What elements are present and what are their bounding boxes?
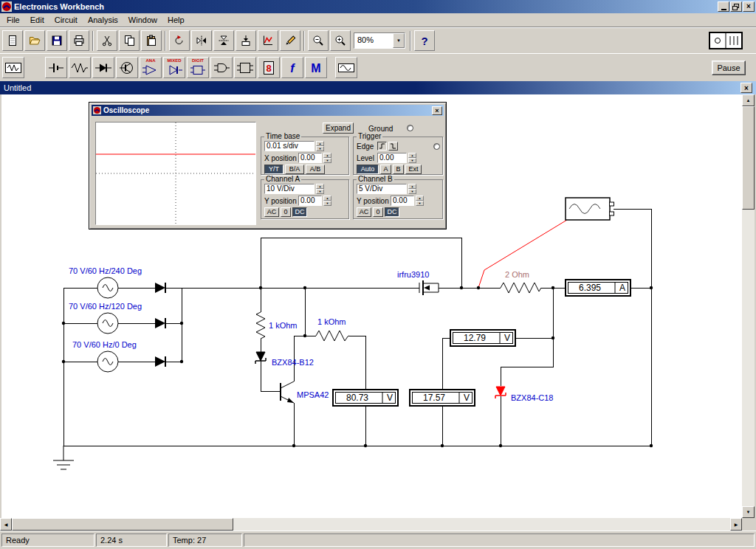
load-resistor[interactable] xyxy=(501,283,541,293)
ground-radio[interactable] xyxy=(407,125,413,131)
level-field[interactable]: 0.00 xyxy=(377,153,407,163)
ac-source-3[interactable] xyxy=(97,351,118,372)
menu-file[interactable]: File xyxy=(1,14,25,26)
create-subcircuit-button[interactable] xyxy=(236,30,256,51)
save-button[interactable] xyxy=(47,30,67,51)
channel-a-y-position-spinner[interactable]: ▲▼ xyxy=(323,196,331,206)
channel-a-ac-button[interactable]: AC xyxy=(264,207,279,217)
analog-ics-bin-button[interactable]: ANA xyxy=(140,57,162,78)
scroll-right-button[interactable]: ▶ xyxy=(730,518,742,531)
x-position-spinner[interactable]: ▲▼ xyxy=(323,153,331,163)
display-graphs-button[interactable] xyxy=(258,30,278,51)
ac-source-2[interactable] xyxy=(97,313,118,334)
instruments-bin-button[interactable] xyxy=(335,57,357,78)
schematic-canvas[interactable]: 70 V/60 Hz/240 Deg 70 V/60 Hz/120 Deg 70… xyxy=(1,94,742,518)
horizontal-scrollbar-thumb[interactable] xyxy=(12,518,233,531)
flip-vertical-button[interactable] xyxy=(213,30,234,51)
voltmeter-input[interactable]: 80.73 V xyxy=(333,390,398,406)
yt-mode-button[interactable]: Y/T xyxy=(264,165,284,174)
rectifier-diode-2[interactable] xyxy=(155,318,165,328)
falling-edge-button[interactable] xyxy=(388,142,398,151)
scroll-up-button[interactable]: ▲ xyxy=(742,94,755,106)
close-button[interactable]: × xyxy=(743,1,755,12)
spin-up-icon[interactable]: ▲ xyxy=(323,153,331,158)
sources-bin-button[interactable] xyxy=(45,57,67,78)
zoom-out-button[interactable] xyxy=(308,30,329,51)
spin-up-icon[interactable]: ▲ xyxy=(408,153,416,158)
channel-b-y-position-spinner[interactable]: ▲▼ xyxy=(416,196,424,206)
miscellaneous-bin-button[interactable]: M xyxy=(305,57,327,78)
spin-up-icon[interactable]: ▲ xyxy=(416,196,424,201)
channel-a-dc-button[interactable]: DC xyxy=(292,207,307,217)
zoom-level-combobox[interactable]: 80% ▼ xyxy=(354,32,405,49)
zoom-in-button[interactable] xyxy=(330,30,351,51)
oscilloscope-component-icon[interactable] xyxy=(566,198,614,220)
component-properties-button[interactable] xyxy=(280,30,300,51)
ba-mode-button[interactable]: B/A xyxy=(285,165,304,174)
spin-down-icon[interactable]: ▼ xyxy=(316,146,324,151)
wires[interactable] xyxy=(63,209,651,446)
minimize-button[interactable] xyxy=(718,1,729,12)
paste-button[interactable] xyxy=(141,30,162,51)
scroll-left-button[interactable]: ◀ xyxy=(0,518,12,531)
mosfet-irfru3910[interactable] xyxy=(419,280,439,295)
channel-a-y-position-field[interactable]: 0.00 xyxy=(298,196,322,206)
menu-circuit[interactable]: Circuit xyxy=(49,14,83,26)
level-spinner[interactable]: ▲▼ xyxy=(408,153,416,163)
flip-horizontal-button[interactable] xyxy=(191,30,212,51)
bjt-mpsa42[interactable] xyxy=(281,381,294,403)
channel-b-scale-field[interactable]: 5 V/Div xyxy=(357,184,407,194)
ammeter[interactable]: 6.395 A xyxy=(566,280,630,296)
titlebar[interactable]: Electronics Workbench × xyxy=(0,0,756,13)
timebase-scale-field[interactable]: 0.01 s/div xyxy=(264,141,315,151)
basic-bin-button[interactable] xyxy=(69,57,91,78)
rectifier-diode-3[interactable] xyxy=(155,356,165,367)
trigger-radio[interactable] xyxy=(433,143,440,150)
spin-down-icon[interactable]: ▼ xyxy=(408,158,416,163)
oscilloscope-close-button[interactable]: × xyxy=(432,106,442,115)
controls-bin-button[interactable]: f xyxy=(281,57,303,78)
spin-down-icon[interactable]: ▼ xyxy=(416,201,424,206)
horizontal-scrollbar[interactable]: ◀ ▶ xyxy=(0,518,742,531)
spin-up-icon[interactable]: ▲ xyxy=(316,184,324,189)
digital-bin-button[interactable] xyxy=(234,57,256,78)
channel-b-scale-spinner[interactable]: ▲▼ xyxy=(408,184,416,194)
pause-button[interactable]: Pause xyxy=(712,61,746,75)
trigger-a-button[interactable]: A xyxy=(380,165,391,174)
copy-button[interactable] xyxy=(119,30,140,51)
vertical-scrollbar-thumb[interactable] xyxy=(742,106,755,210)
spin-up-icon[interactable]: ▲ xyxy=(316,141,324,146)
ac-source-1[interactable] xyxy=(97,277,118,298)
restore-button[interactable] xyxy=(730,1,742,12)
channel-b-y-position-field[interactable]: 0.00 xyxy=(391,196,414,206)
oscilloscope-titlebar[interactable]: Oscilloscope × xyxy=(92,105,444,116)
gate-resistor[interactable] xyxy=(316,331,349,341)
open-file-button[interactable] xyxy=(24,30,45,51)
help-button[interactable]: ? xyxy=(414,30,435,51)
menu-edit[interactable]: Edit xyxy=(25,14,49,26)
oscilloscope-window[interactable]: Oscilloscope × Expand Ground Time base 0… xyxy=(89,102,447,229)
indicators-bin-button[interactable]: 8 xyxy=(258,57,280,78)
spin-down-icon[interactable]: ▼ xyxy=(323,158,331,163)
logic-gates-bin-button[interactable] xyxy=(210,57,233,78)
new-document-button[interactable] xyxy=(2,30,23,51)
timebase-scale-spinner[interactable]: ▲▼ xyxy=(316,141,324,151)
cut-button[interactable] xyxy=(97,30,117,51)
power-switch[interactable] xyxy=(707,31,744,50)
spin-down-icon[interactable]: ▼ xyxy=(316,189,324,194)
channel-a-scale-spinner[interactable]: ▲▼ xyxy=(316,184,324,194)
favorites-bin-button[interactable] xyxy=(2,57,24,78)
channel-b-dc-button[interactable]: DC xyxy=(385,207,399,217)
rising-edge-button[interactable] xyxy=(377,142,387,151)
trigger-b-button[interactable]: B xyxy=(393,165,404,174)
ab-mode-button[interactable]: A/B xyxy=(306,165,325,174)
channel-a-scale-field[interactable]: 10 V/Div xyxy=(264,184,315,194)
mixed-ics-bin-button[interactable]: MIXED xyxy=(163,57,185,78)
channel-b-ac-button[interactable]: AC xyxy=(357,207,371,217)
series-resistor[interactable] xyxy=(256,312,265,339)
ground-symbol[interactable] xyxy=(53,446,74,469)
voltmeter-zener[interactable]: 17.57 V xyxy=(410,390,475,406)
scroll-down-button[interactable]: ▼ xyxy=(742,506,755,518)
menu-analysis[interactable]: Analysis xyxy=(83,14,123,26)
zoom-dropdown-button[interactable]: ▼ xyxy=(393,33,405,48)
